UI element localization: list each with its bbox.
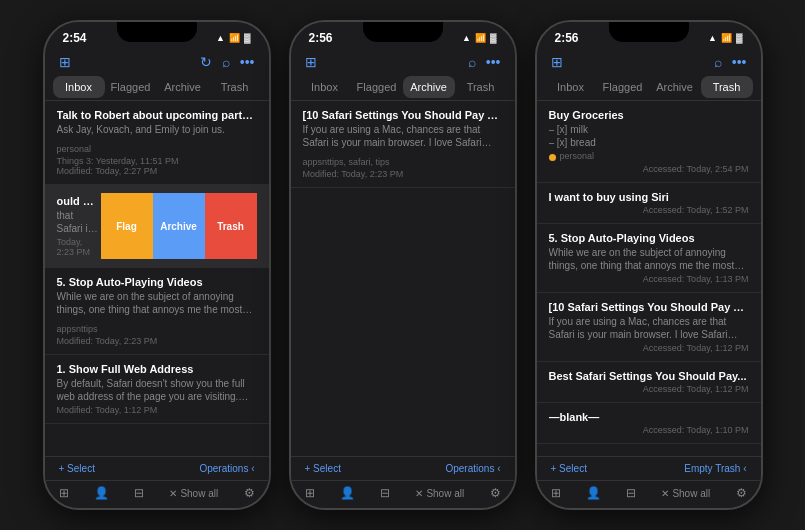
- notes-list-1: Talk to Robert about upcoming party... A…: [45, 101, 269, 456]
- select-button-2[interactable]: + Select: [305, 463, 341, 474]
- filter-icon-2[interactable]: ⊞: [305, 54, 317, 70]
- x-icon-3: ✕: [661, 488, 669, 499]
- tab-bar-3: Inbox Flagged Archive Trash: [537, 74, 761, 101]
- search-icon-2[interactable]: ⌕: [468, 54, 476, 70]
- note-item-2-0[interactable]: [10 Safari Settings You Should Pay At...…: [291, 101, 515, 188]
- signal-icon-3: 📶: [721, 33, 732, 43]
- settings-icon-2[interactable]: ⚙: [490, 486, 501, 500]
- note-meta-3-1: Accessed: Today, 1:52 PM: [549, 205, 749, 215]
- battery-icon-1: ▓: [244, 33, 251, 43]
- filter-footer-icon-1[interactable]: ⊞: [59, 486, 69, 500]
- more-icon-2[interactable]: •••: [486, 54, 501, 70]
- flag-button-1[interactable]: Flag: [101, 193, 153, 259]
- search-icon-1[interactable]: ⌕: [222, 54, 230, 70]
- person-icon-1[interactable]: 👤: [94, 486, 109, 500]
- note-item-3-3[interactable]: [10 Safari Settings You Should Pay At...…: [537, 293, 761, 362]
- note-swipe-preview-1: that Safari isbecause not only: [57, 209, 101, 235]
- note-meta-1-0: Things 3: Yesterday, 11:51 PMModified: T…: [57, 156, 257, 176]
- tab-flagged-1[interactable]: Flagged: [105, 76, 157, 98]
- phones-container: 2:54 ▲ 📶 ▓ ⊞ ↻ ⌕ ••• Inbox Flagged Archi…: [33, 10, 773, 520]
- filter-icon-1[interactable]: ⊞: [59, 54, 71, 70]
- note-item-3-0[interactable]: Buy Groceries – [x] milk– [x] bread pers…: [537, 101, 761, 183]
- filter-footer-icon-3[interactable]: ⊞: [551, 486, 561, 500]
- sync-icon-1[interactable]: ↻: [200, 54, 212, 70]
- tab-inbox-2[interactable]: Inbox: [299, 76, 351, 98]
- note-preview-3-2: While we are on the subject of annoying …: [549, 246, 749, 272]
- toolbar-right-2: ⌕ •••: [468, 54, 501, 70]
- archive-button-1[interactable]: Archive: [153, 193, 205, 259]
- note-item-1-3[interactable]: 1. Show Full Web Address By default, Saf…: [45, 355, 269, 424]
- person-icon-3[interactable]: 👤: [586, 486, 601, 500]
- notes-list-3: Buy Groceries – [x] milk– [x] bread pers…: [537, 101, 761, 456]
- more-icon-1[interactable]: •••: [240, 54, 255, 70]
- show-all-2[interactable]: ✕ Show all: [415, 488, 464, 499]
- note-title-1-3: 1. Show Full Web Address: [57, 363, 257, 375]
- tab-inbox-3[interactable]: Inbox: [545, 76, 597, 98]
- settings-icon-3[interactable]: ⚙: [736, 486, 747, 500]
- grid-icon-3[interactable]: ⊟: [626, 486, 636, 500]
- wifi-icon-3: ▲: [708, 33, 717, 43]
- note-item-1-1[interactable]: ould Pay At... that Safari isbecause not…: [45, 185, 269, 268]
- tab-archive-2[interactable]: Archive: [403, 76, 455, 98]
- note-meta-3-5: Accessed: Today, 1:10 PM: [549, 425, 749, 435]
- x-icon-1: ✕: [169, 488, 177, 499]
- grid-icon-2[interactable]: ⊟: [380, 486, 390, 500]
- tab-archive-1[interactable]: Archive: [157, 76, 209, 98]
- person-icon-2[interactable]: 👤: [340, 486, 355, 500]
- note-meta-3-2: Accessed: Today, 1:13 PM: [549, 274, 749, 284]
- operations-button-1[interactable]: Operations ‹: [199, 463, 254, 474]
- show-all-1[interactable]: ✕ Show all: [169, 488, 218, 499]
- note-preview-1-3: By default, Safari doesn't show you the …: [57, 377, 257, 403]
- note-title-3-1: I want to buy using Siri: [549, 191, 749, 203]
- note-tag-1-2: appsnttips: [57, 324, 98, 334]
- note-item-3-2[interactable]: 5. Stop Auto-Playing Videos While we are…: [537, 224, 761, 293]
- tab-flagged-3[interactable]: Flagged: [597, 76, 649, 98]
- toolbar-1: ⊞ ↻ ⌕ •••: [45, 50, 269, 74]
- note-preview-2-0: If you are using a Mac, chances are that…: [303, 123, 503, 149]
- tab-trash-3[interactable]: Trash: [701, 76, 753, 98]
- note-swipe-title-1: ould Pay At...: [57, 195, 101, 207]
- bottom-bar-3: + Select Empty Trash ‹: [537, 456, 761, 480]
- empty-trash-button[interactable]: Empty Trash ‹: [684, 463, 746, 474]
- note-title-3-2: 5. Stop Auto-Playing Videos: [549, 232, 749, 244]
- tab-trash-2[interactable]: Trash: [455, 76, 507, 98]
- note-meta-1-3: Modified: Today, 1:12 PM: [57, 405, 257, 415]
- note-title-2-0: [10 Safari Settings You Should Pay At...: [303, 109, 503, 121]
- swipe-actions-1: Flag Archive Trash: [101, 193, 257, 259]
- toolbar-2: ⊞ ⌕ •••: [291, 50, 515, 74]
- toolbar-right-1: ↻ ⌕ •••: [200, 54, 255, 70]
- x-icon-2: ✕: [415, 488, 423, 499]
- trash-button-1[interactable]: Trash: [205, 193, 257, 259]
- tab-archive-3[interactable]: Archive: [649, 76, 701, 98]
- note-meta-3-0: Accessed: Today, 2:54 PM: [549, 164, 749, 174]
- note-item-1-0[interactable]: Talk to Robert about upcoming party... A…: [45, 101, 269, 185]
- notch-3: [609, 22, 689, 42]
- toolbar-3: ⊞ ⌕ •••: [537, 50, 761, 74]
- select-button-3[interactable]: + Select: [551, 463, 587, 474]
- note-item-3-1[interactable]: I want to buy using Siri Accessed: Today…: [537, 183, 761, 224]
- note-title-3-4: Best Safari Settings You Should Pay...: [549, 370, 749, 382]
- status-icons-1: ▲ 📶 ▓: [216, 33, 250, 43]
- note-item-3-4[interactable]: Best Safari Settings You Should Pay... A…: [537, 362, 761, 403]
- filter-icon-3[interactable]: ⊞: [551, 54, 563, 70]
- tab-bar-2: Inbox Flagged Archive Trash: [291, 74, 515, 101]
- toolbar-right-3: ⌕ •••: [714, 54, 747, 70]
- grid-icon-1[interactable]: ⊟: [134, 486, 144, 500]
- battery-icon-2: ▓: [490, 33, 497, 43]
- show-all-3[interactable]: ✕ Show all: [661, 488, 710, 499]
- tab-inbox-1[interactable]: Inbox: [53, 76, 105, 98]
- more-icon-3[interactable]: •••: [732, 54, 747, 70]
- select-button-1[interactable]: + Select: [59, 463, 95, 474]
- wifi-icon-1: ▲: [216, 33, 225, 43]
- settings-icon-1[interactable]: ⚙: [244, 486, 255, 500]
- operations-button-2[interactable]: Operations ‹: [445, 463, 500, 474]
- note-meta-3-3: Accessed: Today, 1:12 PM: [549, 343, 749, 353]
- note-meta-2-0: Modified: Today, 2:23 PM: [303, 169, 503, 179]
- note-item-1-2[interactable]: 5. Stop Auto-Playing Videos While we are…: [45, 268, 269, 355]
- tab-trash-1[interactable]: Trash: [209, 76, 261, 98]
- search-icon-3[interactable]: ⌕: [714, 54, 722, 70]
- note-item-3-5[interactable]: —blank— Accessed: Today, 1:10 PM: [537, 403, 761, 444]
- tab-flagged-2[interactable]: Flagged: [351, 76, 403, 98]
- phone-3: 2:56 ▲ 📶 ▓ ⊞ ⌕ ••• Inbox Flagged Archive…: [535, 20, 763, 510]
- filter-footer-icon-2[interactable]: ⊞: [305, 486, 315, 500]
